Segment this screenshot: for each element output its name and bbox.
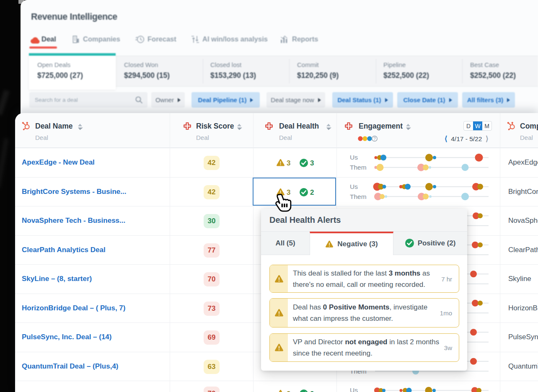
svg-text:?: ? — [373, 136, 376, 141]
